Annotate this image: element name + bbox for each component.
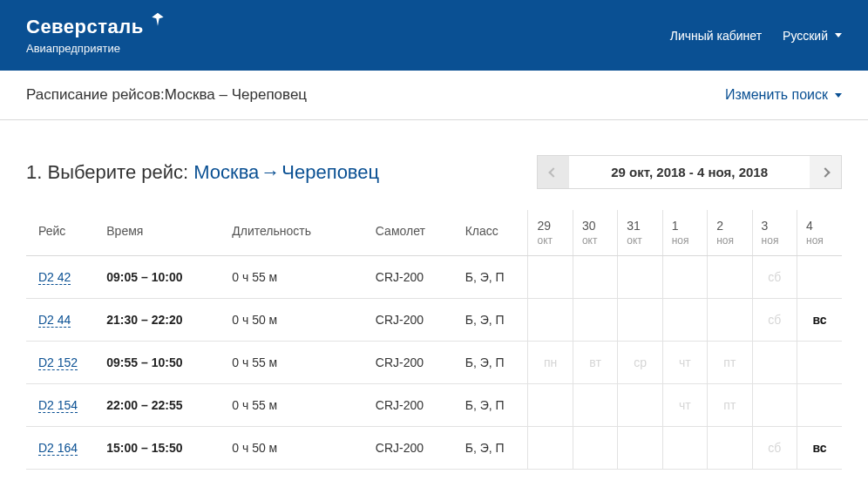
day-cell[interactable]: ср [618, 342, 662, 384]
table-row: D2 16415:00 – 15:500 ч 50 мCRJ-200Б, Э, … [26, 427, 842, 470]
day-cell[interactable] [618, 299, 662, 342]
logo-text: Северсталь [26, 16, 144, 38]
day-cell[interactable] [573, 256, 617, 299]
change-search-button[interactable]: Изменить поиск [725, 87, 842, 103]
flight-aircraft: CRJ-200 [367, 342, 457, 384]
day-cell[interactable] [528, 427, 573, 470]
day-header: 30окт [573, 210, 617, 256]
caret-down-icon [835, 33, 842, 37]
flight-link[interactable]: D2 164 [38, 441, 78, 456]
flight-number: D2 164 [26, 427, 98, 470]
day-cell[interactable]: сб [752, 299, 797, 342]
step-title: 1. Выберите рейс: Москва→Череповец [26, 161, 379, 184]
day-cell[interactable] [797, 384, 843, 427]
col-class: Класс [457, 210, 528, 256]
day-cell[interactable] [573, 299, 617, 342]
flight-class: Б, Э, П [457, 299, 528, 342]
date-range-label: 29 окт, 2018 - 4 ноя, 2018 [569, 156, 810, 188]
language-label: Русский [783, 29, 828, 43]
table-row: D2 4421:30 – 22:200 ч 50 мCRJ-200Б, Э, П… [26, 299, 842, 342]
chevron-left-icon [549, 167, 559, 177]
day-cell[interactable] [662, 256, 707, 299]
day-cell[interactable] [797, 342, 843, 384]
flight-time: 09:05 – 10:00 [98, 256, 223, 299]
flight-duration: 0 ч 50 м [223, 299, 367, 342]
day-cell[interactable]: вт [573, 342, 617, 384]
day-cell[interactable] [797, 256, 843, 299]
day-cell[interactable] [752, 384, 797, 427]
day-cell[interactable]: вс [797, 427, 843, 470]
flight-time: 15:00 – 15:50 [98, 427, 223, 470]
flight-number: D2 44 [26, 299, 98, 342]
flight-link[interactable]: D2 44 [38, 313, 71, 328]
flight-time: 22:00 – 22:55 [98, 384, 223, 427]
flight-aircraft: CRJ-200 [367, 256, 457, 299]
day-cell[interactable] [573, 384, 617, 427]
col-aircraft: Самолет [367, 210, 457, 256]
change-search-label: Изменить поиск [725, 87, 828, 103]
day-cell[interactable]: вс [797, 299, 843, 342]
table-header-row: Рейс Время Длительность Самолет Класс 29… [26, 210, 842, 256]
next-week-button[interactable] [810, 156, 841, 188]
caret-down-icon [835, 93, 842, 98]
day-header: 1ноя [662, 210, 707, 256]
prev-week-button[interactable] [538, 156, 569, 188]
subheader: Расписание рейсов:Москва – Череповец Изм… [0, 71, 868, 120]
day-cell[interactable] [528, 299, 573, 342]
step-prefix: 1. Выберите рейс: [26, 161, 193, 183]
flight-class: Б, Э, П [457, 427, 528, 470]
day-cell[interactable] [752, 342, 797, 384]
flight-link[interactable]: D2 154 [38, 398, 78, 413]
day-cell[interactable]: пт [708, 342, 752, 384]
flight-time: 21:30 – 22:20 [98, 299, 223, 342]
day-cell[interactable] [618, 427, 662, 470]
logo-icon [149, 11, 166, 29]
flight-aircraft: CRJ-200 [367, 299, 457, 342]
day-cell[interactable] [528, 384, 573, 427]
account-link[interactable]: Личный кабинет [670, 29, 762, 43]
day-cell[interactable] [708, 427, 752, 470]
day-cell[interactable]: сб [752, 427, 797, 470]
logo-subtitle: Авиапредприятие [26, 42, 166, 55]
day-header: 4ноя [797, 210, 843, 256]
col-duration: Длительность [223, 210, 367, 256]
arrow-right-icon: → [261, 161, 280, 184]
flight-aircraft: CRJ-200 [367, 427, 457, 470]
step-row: 1. Выберите рейс: Москва→Череповец 29 ок… [26, 155, 842, 189]
day-cell[interactable] [573, 427, 617, 470]
flight-link[interactable]: D2 152 [38, 355, 78, 370]
col-flight: Рейс [26, 210, 98, 256]
day-cell[interactable]: чт [662, 384, 707, 427]
flight-time: 09:55 – 10:50 [98, 342, 223, 384]
table-row: D2 15422:00 – 22:550 ч 55 мCRJ-200Б, Э, … [26, 384, 842, 427]
flight-number: D2 42 [26, 256, 98, 299]
table-row: D2 15209:55 – 10:500 ч 55 мCRJ-200Б, Э, … [26, 342, 842, 384]
day-cell[interactable] [662, 299, 707, 342]
day-cell[interactable]: пн [528, 342, 573, 384]
breadcrumb: Расписание рейсов:Москва – Череповец [26, 86, 307, 104]
logo[interactable]: Северсталь Авиапредприятие [26, 16, 166, 55]
day-cell[interactable] [708, 256, 752, 299]
chevron-right-icon [820, 167, 830, 177]
flight-duration: 0 ч 55 м [223, 342, 367, 384]
flight-duration: 0 ч 55 м [223, 384, 367, 427]
day-header: 3ноя [752, 210, 797, 256]
flight-number: D2 152 [26, 342, 98, 384]
day-header: 31окт [618, 210, 662, 256]
flight-class: Б, Э, П [457, 384, 528, 427]
flight-number: D2 154 [26, 384, 98, 427]
header-nav: Личный кабинет Русский [670, 29, 842, 43]
day-cell[interactable]: чт [662, 342, 707, 384]
day-cell[interactable] [528, 256, 573, 299]
day-cell[interactable]: сб [752, 256, 797, 299]
col-time: Время [98, 210, 223, 256]
day-cell[interactable] [708, 299, 752, 342]
flight-link[interactable]: D2 42 [38, 270, 71, 285]
day-cell[interactable] [618, 256, 662, 299]
day-cell[interactable]: пт [708, 384, 752, 427]
day-cell[interactable] [662, 427, 707, 470]
main-content: 1. Выберите рейс: Москва→Череповец 29 ок… [0, 120, 868, 470]
day-cell[interactable] [618, 384, 662, 427]
table-row: D2 4209:05 – 10:000 ч 55 мCRJ-200Б, Э, П… [26, 256, 842, 299]
language-switch[interactable]: Русский [783, 29, 842, 43]
